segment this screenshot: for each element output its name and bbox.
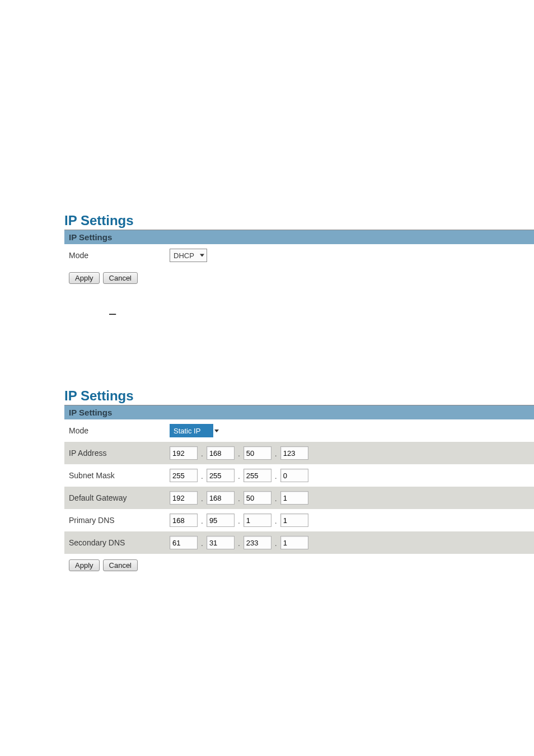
apply-button[interactable]: Apply	[69, 272, 100, 284]
dot-separator: .	[274, 470, 278, 482]
default-gateway-octet-1[interactable]	[170, 491, 198, 505]
dot-separator: .	[274, 447, 278, 460]
dot-separator: .	[237, 537, 241, 549]
secondary-dns-row: Secondary DNS . . .	[64, 531, 534, 554]
button-row: Apply Cancel	[64, 554, 534, 577]
chevron-down-icon	[214, 430, 219, 432]
secondary-dns-octet-1[interactable]	[170, 536, 198, 549]
subnet-mask-octet-2[interactable]	[207, 469, 235, 482]
apply-button[interactable]: Apply	[69, 559, 100, 571]
section-header: IP Settings	[64, 405, 534, 419]
dot-separator: .	[200, 537, 204, 549]
subnet-mask-octet-1[interactable]	[170, 469, 198, 482]
ip-address-row: IP Address . . .	[64, 442, 534, 464]
primary-dns-octet-3[interactable]	[243, 514, 271, 527]
default-gateway-label: Default Gateway	[69, 493, 170, 502]
subnet-mask-label: Subnet Mask	[69, 471, 170, 480]
subnet-mask-row: Subnet Mask . . .	[64, 464, 534, 487]
subnet-mask-octet-4[interactable]	[280, 469, 308, 482]
mode-label: Mode	[69, 251, 170, 260]
primary-dns-label: Primary DNS	[69, 516, 170, 525]
dot-separator: .	[237, 492, 241, 505]
dot-separator: .	[237, 515, 241, 527]
default-gateway-row: Default Gateway . . .	[64, 487, 534, 509]
mode-row: Mode DHCP	[64, 244, 534, 267]
mode-row: Mode Static IP	[64, 419, 534, 442]
ip-address-label: IP Address	[69, 449, 170, 458]
primary-dns-octet-4[interactable]	[280, 514, 308, 527]
page-title: IP Settings	[64, 213, 534, 228]
ip-settings-section-static: IP Settings IP Settings Mode Static IP I…	[64, 388, 534, 577]
mode-select[interactable]: DHCP	[170, 249, 207, 262]
dot-separator: .	[274, 537, 278, 549]
dot-separator: .	[274, 492, 278, 505]
secondary-dns-octet-3[interactable]	[243, 536, 271, 549]
mode-select-value: DHCP	[174, 251, 194, 260]
dot-separator: .	[200, 447, 204, 460]
cancel-button[interactable]: Cancel	[103, 272, 138, 284]
ip-settings-section-dhcp: IP Settings IP Settings Mode DHCP Apply …	[64, 213, 534, 321]
dot-separator: .	[200, 515, 204, 527]
chevron-down-icon	[200, 254, 204, 257]
primary-dns-octet-2[interactable]	[207, 514, 235, 527]
ip-address-octet-1[interactable]	[170, 446, 198, 460]
dot-separator: .	[200, 492, 204, 505]
secondary-dns-octet-4[interactable]	[280, 536, 308, 549]
mode-select[interactable]: Static IP	[170, 424, 213, 437]
default-gateway-octet-4[interactable]	[280, 491, 308, 505]
ip-address-octet-3[interactable]	[243, 446, 271, 460]
dot-separator: .	[237, 470, 241, 482]
mode-label: Mode	[69, 426, 170, 435]
dot-separator: .	[237, 447, 241, 460]
primary-dns-row: Primary DNS . . .	[64, 509, 534, 531]
dot-separator: .	[200, 470, 204, 482]
ip-address-octet-4[interactable]	[280, 446, 308, 460]
default-gateway-octet-2[interactable]	[207, 491, 235, 505]
button-row: Apply Cancel	[64, 267, 534, 290]
secondary-dns-label: Secondary DNS	[69, 538, 170, 547]
dash-text: –	[109, 306, 534, 321]
section-header: IP Settings	[64, 230, 534, 244]
page-title: IP Settings	[64, 388, 534, 404]
secondary-dns-octet-2[interactable]	[207, 536, 235, 549]
ip-address-octet-2[interactable]	[207, 446, 235, 460]
subnet-mask-octet-3[interactable]	[243, 469, 271, 482]
cancel-button[interactable]: Cancel	[103, 559, 138, 571]
default-gateway-octet-3[interactable]	[243, 491, 271, 505]
dot-separator: .	[274, 515, 278, 527]
mode-select-value: Static IP	[174, 427, 200, 435]
primary-dns-octet-1[interactable]	[170, 514, 198, 527]
